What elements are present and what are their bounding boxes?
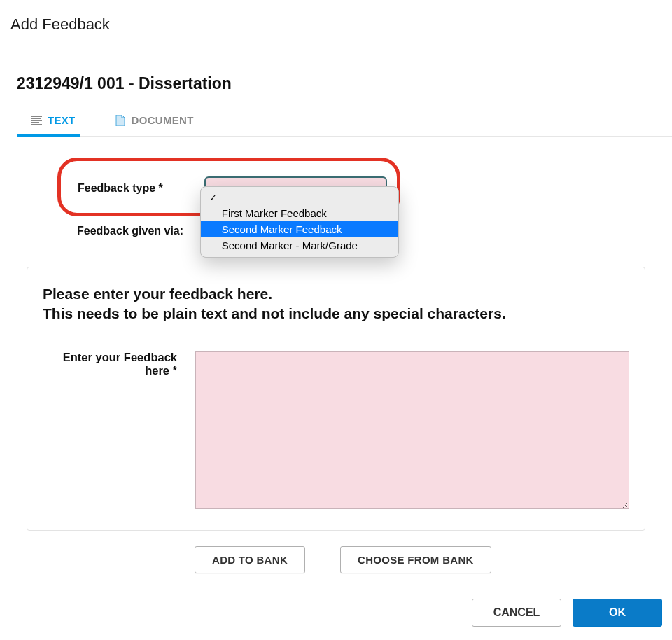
tab-text[interactable]: TEXT (17, 109, 80, 136)
document-icon (115, 115, 126, 126)
cancel-button[interactable]: CANCEL (472, 599, 561, 627)
check-icon: ✓ (209, 193, 222, 203)
feedback-type-highlight: Feedback type * ✓ First Marker Feedback … (57, 158, 400, 216)
record-heading: 2312949/1 001 - Dissertation (0, 34, 672, 93)
dropdown-option-label: Second Marker - Mark/Grade (222, 239, 390, 251)
ok-button[interactable]: OK (573, 599, 662, 627)
tab-document-label: DOCUMENT (132, 114, 194, 126)
feedback-textarea[interactable] (195, 351, 629, 509)
instruction-line-2: This needs to be plain text and not incl… (43, 304, 629, 324)
feedback-panel: Please enter your feedback here. This ne… (27, 267, 645, 531)
dropdown-option-first-marker[interactable]: First Marker Feedback (201, 205, 398, 221)
dropdown-option-label: Second Marker Feedback (222, 223, 390, 235)
feedback-type-label: Feedback type * (78, 182, 186, 195)
dropdown-option-second-marker-grade[interactable]: Second Marker - Mark/Grade (201, 237, 398, 253)
page-title: Add Feedback (0, 0, 672, 34)
text-lines-icon (31, 115, 42, 126)
add-to-bank-button[interactable]: ADD TO BANK (195, 546, 305, 573)
tab-document[interactable]: DOCUMENT (101, 109, 198, 136)
choose-from-bank-button[interactable]: CHOOSE FROM BANK (340, 546, 491, 573)
form-area: Feedback type * ✓ First Marker Feedback … (0, 137, 672, 627)
feedback-type-dropdown: ✓ First Marker Feedback Second Marker Fe… (200, 186, 399, 258)
enter-feedback-label: Enter your Feedback here * (43, 351, 183, 377)
instruction-line-1: Please enter your feedback here. (43, 284, 629, 304)
feedback-given-via-label: Feedback given via: (77, 225, 189, 237)
feedback-type-select[interactable]: ✓ First Marker Feedback Second Marker Fe… (204, 176, 387, 200)
tab-bar: TEXT DOCUMENT (17, 109, 672, 137)
dropdown-option-label: First Marker Feedback (222, 207, 390, 219)
tab-text-label: TEXT (48, 114, 76, 126)
dropdown-option-second-marker-feedback[interactable]: Second Marker Feedback (201, 221, 398, 237)
dropdown-option-blank[interactable]: ✓ (201, 190, 398, 205)
